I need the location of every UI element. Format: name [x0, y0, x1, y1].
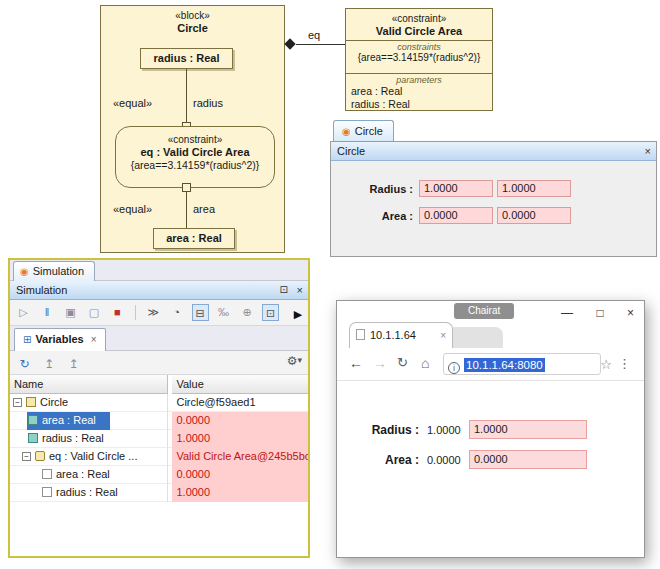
row-value: 1.0000 [176, 432, 210, 444]
tab-circle-label: Circle [355, 125, 383, 137]
row-name: Circle [40, 396, 68, 408]
column-header-value[interactable]: Value [172, 375, 308, 394]
browser-tab-label: 10.1.1.64 [370, 329, 416, 341]
area-current-value: 0.0000 [427, 454, 461, 466]
close-button[interactable]: × [627, 306, 634, 320]
constraint-property-box[interactable]: «constraint» eq : Valid Circle Area {are… [115, 126, 275, 188]
constraint-icon [35, 451, 45, 461]
variables-toolbar: ↻ ↥ ↥ ⚙▾ [10, 351, 308, 375]
circle-block[interactable]: «block» Circle radius : Real «equal» rad… [100, 5, 285, 253]
table-row[interactable]: area : Real 0.0000 [10, 466, 308, 484]
row-name: radius : Real [42, 432, 104, 444]
area-part-box[interactable]: area : Real [153, 228, 235, 249]
block-icon [26, 397, 36, 407]
step-over-icon[interactable]: ▢ [85, 304, 102, 321]
maximize-button[interactable]: □ [596, 306, 603, 320]
row-name: eq : Valid Circle ... [49, 450, 137, 462]
area-input[interactable]: 0.0000 [469, 450, 587, 469]
circle-panel: Circle × Radius : 1.0000 1.0000 Area : 0… [330, 141, 657, 257]
tab-simulation[interactable]: ◉Simulation [13, 261, 95, 281]
trigger-clock-icon[interactable]: ◔ [168, 304, 185, 321]
row-name: radius : Real [56, 486, 118, 498]
area-label: Area : [357, 453, 419, 467]
radius-current-value: 1.0000 [427, 424, 461, 436]
parameter-icon [42, 487, 52, 497]
refresh-icon[interactable]: ↻ [397, 355, 408, 370]
row-value: 1.0000 [176, 486, 210, 498]
step-into-icon[interactable]: ▣ [62, 304, 79, 321]
forward-icon[interactable]: → [373, 355, 387, 371]
binding-connector-area[interactable] [186, 192, 187, 228]
simulation-toolbar: ▷ ‖ ▣ ▢ ■ ≫ ◔ ⊟ ‰ ⊕ ⊡ ▶ [10, 300, 308, 326]
back-icon[interactable]: ← [349, 355, 363, 371]
address-bar[interactable]: i10.1.1.64:8080 [443, 353, 601, 375]
animate-icon[interactable]: ≫ [145, 304, 162, 321]
column-header-name[interactable]: Name [10, 375, 168, 394]
options-menu[interactable]: ⚙▾ [287, 354, 302, 368]
minimize-button[interactable]: — [561, 306, 573, 320]
radius-part-box[interactable]: radius : Real [140, 48, 233, 69]
binding-connector-radius[interactable] [186, 69, 187, 122]
chrome-window: Chairat — □ × ×10.1.1.64 ← → ↻ ⌂ i10.1.1… [336, 300, 645, 558]
radius-input-2[interactable]: 1.0000 [497, 180, 571, 197]
export-html-icon[interactable]: ↥ [65, 357, 82, 371]
collapse-icon[interactable]: − [22, 452, 31, 461]
constraint-property-stereotype: «constraint» [116, 134, 274, 145]
circle-tab-icon: ◉ [342, 126, 351, 137]
table-row[interactable]: −eq : Valid Circle ... Valid Circle Area… [10, 448, 308, 466]
variables-tabbar: ⊞Variables× [10, 326, 308, 351]
tab-close-icon[interactable]: × [440, 323, 446, 348]
parameter-port-area[interactable] [182, 183, 191, 192]
table-row[interactable]: radius : Real 1.0000 [10, 430, 308, 448]
constraints-compartment-title: constraints [346, 41, 492, 52]
radius-input-1[interactable]: 1.0000 [419, 180, 493, 197]
tab-variables[interactable]: ⊞Variables× [14, 328, 106, 351]
valid-circle-area-block[interactable]: «constraint» Valid Circle Area constrain… [345, 8, 493, 111]
row-value: 0.0000 [176, 414, 210, 426]
radius-input[interactable]: 1.0000 [469, 420, 587, 439]
export-results-icon[interactable]: ⊡ [262, 304, 279, 321]
table-row[interactable]: radius : Real 1.0000 [10, 484, 308, 502]
export-csv-icon[interactable]: ↥ [40, 357, 57, 371]
composition-diamond-icon [284, 38, 295, 49]
simulation-close-icon[interactable]: × [297, 281, 303, 299]
simulation-panel: ◉Simulation Simulation ⊡ × ▷ ‖ ▣ ▢ ■ ≫ ◔… [8, 258, 310, 558]
simulation-title: Simulation [16, 284, 67, 296]
pause-icon[interactable]: ‖ [38, 304, 55, 321]
parameter-area: area : Real [346, 85, 492, 98]
tab-circle[interactable]: ◉Circle [333, 120, 394, 141]
radius-label: Radius : [357, 423, 419, 437]
tabstrip-background [453, 327, 503, 348]
step-icon[interactable]: ▷ [15, 304, 32, 321]
simulation-tabbar: ◉Simulation [10, 260, 308, 281]
variables-tab-close-icon[interactable]: × [91, 334, 97, 345]
circle-panel-close-icon[interactable]: × [645, 142, 651, 160]
breakpoints-icon[interactable]: ‰ [215, 304, 232, 321]
profile-badge[interactable]: Chairat [454, 303, 514, 319]
toolbar-overflow-icon[interactable]: ▶ [292, 306, 304, 323]
info-icon[interactable]: i [448, 362, 460, 374]
table-row-selected[interactable]: area : Real 0.0000 [10, 412, 308, 430]
row-value: Circle@f59aed1 [176, 396, 255, 408]
variables-view-icon[interactable]: ⊟ [192, 304, 209, 321]
constraint-edge[interactable] [296, 44, 345, 45]
refresh-icon[interactable]: ↻ [16, 357, 33, 371]
menu-dots-icon[interactable]: ⋮ [618, 356, 631, 371]
table-row[interactable]: −Circle Circle@f59aed1 [10, 394, 308, 412]
simulation-titlebar[interactable]: Simulation ⊡ × [10, 281, 308, 300]
bookmark-star-icon[interactable]: ☆ [600, 357, 612, 372]
collapse-icon[interactable]: − [13, 398, 22, 407]
circle-panel-titlebar[interactable]: Circle × [331, 142, 656, 161]
constraint-property-name: eq : Valid Circle Area [116, 146, 274, 158]
simulation-options-icon[interactable]: ⊕ [239, 304, 256, 321]
table-header: Name Value [10, 375, 308, 394]
home-icon[interactable]: ⌂ [421, 355, 429, 371]
address-text-selected[interactable]: 10.1.1.64:8080 [464, 358, 545, 372]
edge-label: eq [308, 29, 320, 41]
gear-icon: ⚙ [287, 354, 298, 368]
area-input-2[interactable]: 0.0000 [497, 207, 571, 224]
float-window-icon[interactable]: ⊡ [280, 281, 288, 299]
terminate-icon[interactable]: ■ [109, 304, 126, 321]
area-input-1[interactable]: 0.0000 [419, 207, 493, 224]
browser-tab[interactable]: ×10.1.1.64 [349, 322, 453, 348]
